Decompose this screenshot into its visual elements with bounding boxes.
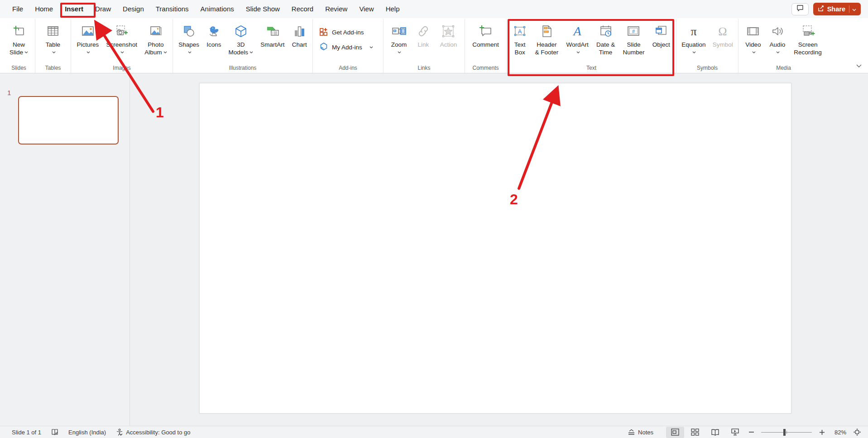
group-label-images: Images xyxy=(71,64,173,73)
my-add-ins-button[interactable]: My Add-ins xyxy=(319,42,377,53)
shapes-button[interactable]: Shapes xyxy=(177,21,201,56)
zoom-slides-icon xyxy=(391,23,407,39)
normal-view-icon xyxy=(671,428,679,436)
ribbon-insert: New Slide Slides Table Tables xyxy=(0,18,868,73)
comment-bubble-icon xyxy=(796,5,804,13)
screen-recording-icon xyxy=(800,23,815,39)
tab-draw[interactable]: Draw xyxy=(89,0,117,18)
slide-number-icon: # xyxy=(626,23,641,39)
slide-show-button[interactable] xyxy=(726,427,744,438)
smartart-icon xyxy=(265,23,280,39)
get-add-ins-button[interactable]: Get Add-ins xyxy=(319,27,377,38)
table-button[interactable]: Table xyxy=(44,21,62,56)
screenshot-button[interactable]: Screenshot xyxy=(105,21,139,56)
zoom-out-button[interactable] xyxy=(746,427,757,438)
zoom-slider[interactable] xyxy=(761,427,812,438)
duck-icon xyxy=(206,23,221,39)
accessibility-button[interactable]: Accessibility: Good to go xyxy=(116,428,190,436)
symbol-omega-icon: Ω xyxy=(716,23,729,39)
slide-number-button[interactable]: # Slide Number xyxy=(621,21,646,56)
slide-thumbnail-number: 1 xyxy=(7,89,11,96)
reading-view-button[interactable] xyxy=(706,427,724,438)
slide-indicator: Slide 1 of 1 xyxy=(12,429,41,436)
slide-thumbnail[interactable] xyxy=(18,96,119,144)
share-icon xyxy=(818,5,825,13)
table-icon xyxy=(46,23,60,39)
link-button[interactable]: Link xyxy=(414,21,432,56)
slide-canvas[interactable] xyxy=(199,83,791,414)
action-button[interactable]: Action xyxy=(438,21,459,56)
header-footer-button[interactable]: Header & Footer xyxy=(533,21,560,56)
share-dropdown-icon[interactable] xyxy=(852,5,856,13)
link-icon xyxy=(416,23,431,39)
wordart-icon: A xyxy=(571,23,584,39)
tab-file[interactable]: File xyxy=(6,0,29,18)
group-label-symbols: Symbols xyxy=(676,64,738,73)
audio-button[interactable]: Audio xyxy=(768,21,787,56)
svg-text:#: # xyxy=(632,29,635,34)
tab-transitions[interactable]: Transitions xyxy=(150,0,195,18)
date-time-button[interactable]: Date & Time xyxy=(595,21,617,56)
tab-design[interactable]: Design xyxy=(117,0,150,18)
share-split-divider xyxy=(849,5,849,13)
share-button[interactable]: Share xyxy=(813,3,861,15)
notes-toggle-button[interactable]: Notes xyxy=(628,429,653,436)
fit-to-window-button[interactable] xyxy=(851,427,863,438)
wordart-button[interactable]: A WordArt xyxy=(564,21,590,56)
header-footer-icon xyxy=(540,23,553,39)
language-button[interactable]: English (India) xyxy=(68,429,106,436)
slide-sorter-view-button[interactable] xyxy=(686,427,704,438)
svg-text:π: π xyxy=(691,25,696,38)
action-star-icon xyxy=(441,23,456,39)
object-button[interactable]: Object xyxy=(651,21,672,56)
video-filmstrip-icon xyxy=(746,23,760,39)
new-comment-icon xyxy=(478,23,493,39)
text-box-button[interactable]: A Text Box xyxy=(511,21,529,56)
plus-icon xyxy=(820,430,825,435)
chart-button[interactable]: Chart xyxy=(290,21,309,56)
tab-record[interactable]: Record xyxy=(286,0,319,18)
chevron-down-icon xyxy=(24,51,28,53)
comment-button[interactable]: Comment xyxy=(470,21,501,56)
slide-thumbnail-panel: 1 xyxy=(0,73,130,426)
comments-button[interactable] xyxy=(791,3,809,15)
collapse-ribbon-icon[interactable] xyxy=(856,61,862,69)
chart-icon xyxy=(293,23,306,39)
tab-insert[interactable]: Insert xyxy=(59,0,89,18)
tab-slide-show[interactable]: Slide Show xyxy=(240,0,286,18)
tab-view[interactable]: View xyxy=(353,0,379,18)
photo-album-button[interactable]: Photo Album xyxy=(143,21,168,56)
icons-button[interactable]: Icons xyxy=(205,21,223,56)
chevron-down-icon xyxy=(776,51,780,53)
slide-sorter-icon xyxy=(691,428,699,436)
new-slide-button[interactable]: New Slide xyxy=(8,21,30,56)
zoom-level[interactable]: 82% xyxy=(829,429,846,436)
3d-models-button[interactable]: 3D Models xyxy=(227,21,255,56)
tab-help[interactable]: Help xyxy=(380,0,406,18)
normal-view-button[interactable] xyxy=(666,427,684,438)
symbol-button[interactable]: Ω Symbol xyxy=(711,21,735,56)
smartart-button[interactable]: SmartArt xyxy=(259,21,286,56)
zoom-slider-handle[interactable] xyxy=(783,429,786,436)
group-label-add-ins: Add-ins xyxy=(313,64,383,73)
text-box-icon: A xyxy=(513,23,527,39)
svg-text:Ω: Ω xyxy=(719,25,727,38)
equation-button[interactable]: π Equation xyxy=(680,21,707,56)
group-label-illustrations: Illustrations xyxy=(173,64,312,73)
spellcheck-button[interactable] xyxy=(51,428,58,436)
video-button[interactable]: Video xyxy=(743,21,762,56)
chevron-down-icon xyxy=(188,51,192,53)
3d-cube-icon xyxy=(234,23,248,39)
screen-recording-button[interactable]: Screen Recording xyxy=(792,21,824,56)
fit-to-window-icon xyxy=(854,428,861,436)
ribbon-group-comments: Comment Comments xyxy=(465,19,507,73)
zoom-in-button[interactable] xyxy=(816,427,827,438)
pictures-button[interactable]: Pictures xyxy=(75,21,101,56)
tab-home[interactable]: Home xyxy=(29,0,59,18)
tab-animations[interactable]: Animations xyxy=(195,0,240,18)
tab-review[interactable]: Review xyxy=(319,0,353,18)
minus-icon xyxy=(749,432,754,433)
zoom-button[interactable]: Zoom xyxy=(389,21,409,56)
new-slide-icon xyxy=(12,23,26,39)
photo-album-icon xyxy=(149,23,163,39)
